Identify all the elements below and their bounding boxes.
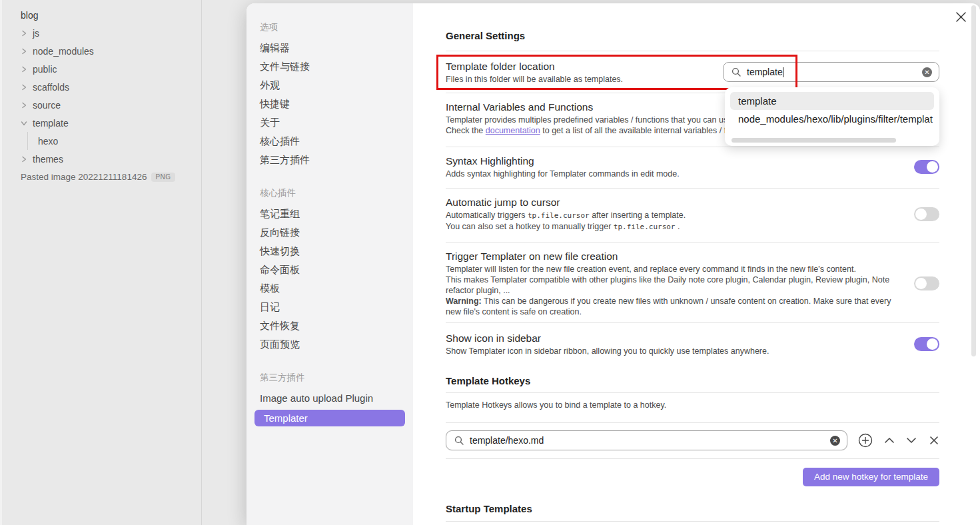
setting-name: Automatic jump to cursor <box>446 195 914 210</box>
nav-item-appearance[interactable]: 外观 <box>260 76 405 95</box>
tree-item-node-modules[interactable]: node_modules <box>21 42 201 60</box>
setting-desc: Templater will listen for the new file c… <box>446 264 898 317</box>
tree-item-source[interactable]: source <box>21 96 201 114</box>
hotkey-row: template/hexo.md ✕ <box>446 423 939 458</box>
nav-item-templates[interactable]: 模板 <box>260 279 405 298</box>
trigger-on-creation-toggle[interactable] <box>914 276 939 290</box>
close-icon[interactable] <box>955 11 967 23</box>
show-icon-toggle[interactable] <box>914 337 939 351</box>
nav-section-core-plugins: 核心插件 <box>260 187 405 200</box>
setting-show-icon: Show icon in sidebar Show Templater icon… <box>446 323 939 366</box>
tree-item-label: node_modules <box>33 46 94 57</box>
tree-item-pasted-image[interactable]: Pasted image 20221211181426 PNG <box>21 168 201 186</box>
nav-item-page-preview[interactable]: 页面预览 <box>260 335 405 354</box>
add-hotkey-icon[interactable] <box>858 433 873 448</box>
nav-item-about[interactable]: 关于 <box>260 113 405 132</box>
setting-info: Automatic jump to cursor Automatically t… <box>446 195 914 233</box>
search-icon <box>454 436 464 445</box>
general-settings-heading: General Settings <box>446 30 939 41</box>
nav-item-file-recovery[interactable]: 文件恢复 <box>260 316 405 335</box>
tree-item-label: source <box>33 100 61 111</box>
code-tp-file-cursor: tp.file.cursor <box>528 211 590 220</box>
toggle-knob <box>927 338 938 350</box>
setting-jump-to-cursor: Automatic jump to cursor Automatically t… <box>446 189 939 242</box>
tree-item-label: themes <box>33 154 63 165</box>
documentation-link[interactable]: documentation <box>486 126 540 135</box>
tree-item-label: hexo <box>38 136 58 147</box>
add-new-hotkey-button[interactable]: Add new hotkey for template <box>803 468 939 486</box>
desc-line: Check the <box>446 126 486 135</box>
desc-line: . <box>676 222 680 231</box>
setting-desc: Automatically triggers tp.file.cursor af… <box>446 210 914 233</box>
jump-to-cursor-toggle[interactable] <box>914 207 939 221</box>
tree-item-label: scaffolds <box>33 82 69 93</box>
nav-item-command-palette[interactable]: 命令面板 <box>260 261 405 279</box>
tree-item-label: template <box>33 118 69 129</box>
nav-item-daily-notes[interactable]: 日记 <box>260 298 405 316</box>
setting-info: Show icon in sidebar Show Templater icon… <box>446 331 914 356</box>
nav-item-core-plugins[interactable]: 核心插件 <box>260 132 405 151</box>
nav-item-hotkeys[interactable]: 快捷键 <box>260 95 405 113</box>
setting-info: Trigger Templater on new file creation T… <box>446 249 898 317</box>
settings-modal: 选项 编辑器 文件与链接 外观 快捷键 关于 核心插件 第三方插件 核心插件 笔… <box>246 3 980 525</box>
nav-section-community-plugins: 第三方插件 <box>260 371 405 384</box>
settings-content: General Settings Template folder locatio… <box>413 3 980 525</box>
tree-item-template[interactable]: template <box>21 114 201 132</box>
suggestion-item[interactable]: node_modules/hexo/lib/plugins/filter/tem… <box>730 110 934 128</box>
warning-label: Warning: <box>446 296 482 306</box>
nav-item-templater[interactable]: Templater <box>254 410 405 426</box>
toggle-knob <box>927 161 938 173</box>
nav-item-quick-switcher[interactable]: 快速切换 <box>260 242 405 261</box>
obsidian-workspace: blog js node_modules public scaffolds so… <box>0 0 980 525</box>
setting-desc: Show Templater icon in sidebar ribbon, a… <box>446 346 914 356</box>
horizontal-scrollbar[interactable] <box>732 138 896 143</box>
nav-item-image-auto-upload[interactable]: Image auto upload Plugin <box>260 389 405 408</box>
setting-name: Template folder location <box>446 59 723 74</box>
template-folder-input[interactable]: template ✕ <box>723 62 939 82</box>
syntax-highlighting-toggle[interactable] <box>914 160 939 174</box>
tree-item-hexo[interactable]: hexo <box>38 132 201 150</box>
hotkey-template-input[interactable]: template/hexo.md ✕ <box>446 430 847 450</box>
chevron-right-icon <box>21 102 27 109</box>
tree-item-label: js <box>33 28 39 39</box>
delete-icon[interactable] <box>929 436 939 445</box>
nav-item-editor[interactable]: 编辑器 <box>260 39 405 57</box>
tree-item-js[interactable]: js <box>21 24 201 42</box>
setting-name: Trigger Templater on new file creation <box>446 249 898 264</box>
nav-item-backlinks[interactable]: 反向链接 <box>260 223 405 242</box>
warning-text: This can be dangerous if you create new … <box>446 296 891 316</box>
input-value: template/hexo.md <box>470 435 544 446</box>
setting-template-folder: Template folder location Files in this f… <box>446 51 939 93</box>
vertical-scrollbar[interactable] <box>971 5 976 356</box>
desc-line: This makes Templater compatible with oth… <box>446 275 889 295</box>
file-explorer: blog js node_modules public scaffolds so… <box>0 0 202 525</box>
chevron-right-icon <box>21 84 27 91</box>
move-up-icon[interactable] <box>884 437 895 444</box>
desc-line: You can also set a hotkey to manually tr… <box>446 222 614 231</box>
clear-icon[interactable]: ✕ <box>830 436 840 446</box>
chevron-down-icon <box>21 120 27 127</box>
suggestion-item[interactable]: template <box>730 92 934 110</box>
vault-title: blog <box>21 7 201 24</box>
divider <box>446 458 939 459</box>
tree-item-label: public <box>33 64 57 75</box>
nav-item-community-plugins[interactable]: 第三方插件 <box>260 151 405 169</box>
divider <box>446 521 939 522</box>
desc-line: Templater provides multiples predefined … <box>446 115 735 125</box>
chevron-right-icon <box>21 66 27 73</box>
input-value: template <box>747 67 783 77</box>
tree-children-template: hexo <box>27 132 201 150</box>
text-caret <box>783 67 783 77</box>
nav-item-note-composer[interactable]: 笔记重组 <box>260 205 405 223</box>
template-hotkeys-heading: Template Hotkeys <box>446 375 939 386</box>
tree-item-themes[interactable]: themes <box>21 150 201 168</box>
setting-name: Syntax Highlighting <box>446 154 914 169</box>
setting-desc: Files in this folder will be available a… <box>446 74 723 85</box>
nav-item-files-links[interactable]: 文件与链接 <box>260 57 405 76</box>
clear-icon[interactable]: ✕ <box>922 67 932 77</box>
setting-desc: Adds syntax highlighting for Templater c… <box>446 169 914 179</box>
move-down-icon[interactable] <box>906 437 917 444</box>
tree-item-scaffolds[interactable]: scaffolds <box>21 78 201 96</box>
tree-item-public[interactable]: public <box>21 60 201 78</box>
desc-line: Templater will listen for the new file c… <box>446 264 856 274</box>
